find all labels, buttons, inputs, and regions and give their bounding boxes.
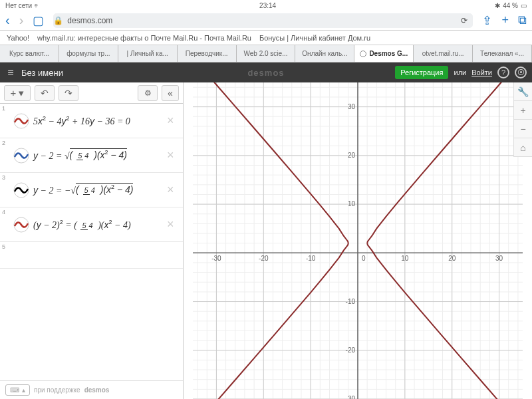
url-text: desmos.com [67, 16, 112, 25]
svg-text:10: 10 [401, 255, 409, 262]
browser-nav: ‹ › ▢ 🔒 desmos.com ⟳ ⇪ + ⧉ [0, 11, 532, 31]
graph-title[interactable]: Без имени [21, 68, 63, 78]
reload-icon[interactable]: ⟳ [461, 16, 473, 25]
expression-math[interactable]: y − 2 = −√( 54 )(x2 − 4) [33, 184, 167, 196]
bookmarks-bar: Yahoo! why.mail.ru: интересные факты о П… [0, 31, 532, 45]
keyboard-toggle[interactable]: ⌨ ▴ [5, 384, 30, 396]
expression-list: 15x2 − 4y2 + 16y − 36 = 0×2y − 2 = √( 54… [0, 104, 183, 380]
or-text: или [454, 68, 466, 76]
status-bar: Нет сети ᯤ 23:14 ✱ 44 % ▭ [0, 0, 532, 11]
svg-text:30: 30 [348, 103, 356, 110]
expression-index: 3 [0, 173, 9, 181]
delete-expression-icon[interactable]: × [167, 148, 183, 162]
expression-panel: + ▾ ↶ ↷ ⚙ « 15x2 − 4y2 + 16y − 36 = 0×2y… [0, 82, 184, 399]
login-link[interactable]: Войти [471, 68, 492, 76]
svg-text:-10: -10 [346, 298, 356, 305]
chevron-up-icon: ▴ [22, 386, 25, 394]
share-icon[interactable]: ⇪ [482, 13, 492, 28]
graph-svg[interactable]: -30-20-10102030-30-20-101020300 [184, 82, 532, 399]
svg-text:30: 30 [495, 255, 503, 262]
svg-text:-20: -20 [259, 255, 269, 262]
tab[interactable]: Desmos G... [354, 45, 414, 62]
zoom-in-button[interactable]: + [514, 101, 532, 120]
expression-row[interactable]: 4(y − 2)2 = ( 54 )(x2 − 4)× [0, 207, 183, 242]
bookmark-link[interactable]: Бонусы | Личный кабинет Дом.ru [259, 34, 370, 42]
network-status: Нет сети [5, 2, 32, 9]
svg-text:20: 20 [348, 152, 356, 159]
delete-expression-icon[interactable]: × [167, 114, 183, 128]
delete-expression-icon[interactable]: × [167, 183, 183, 197]
tab-icon [360, 51, 366, 57]
expression-color-thumb[interactable] [13, 217, 29, 233]
graph-tools: 🔧 + − ⌂ [513, 82, 532, 157]
add-expression-button[interactable]: + ▾ [4, 85, 31, 101]
credit-text: при поддержке [34, 386, 80, 394]
undo-button[interactable]: ↶ [35, 85, 55, 101]
tab[interactable]: Курс валют... [0, 45, 59, 62]
expression-toolbar: + ▾ ↶ ↷ ⚙ « [0, 82, 183, 104]
delete-expression-icon[interactable]: × [167, 217, 183, 231]
help-icon[interactable]: ? [497, 66, 509, 78]
settings-button[interactable]: ⚙ [138, 85, 158, 101]
brand-logo: desmos [247, 68, 284, 78]
clock: 23:14 [259, 2, 276, 9]
app-header: ≡ Без имени desmos Регистрация или Войти… [0, 63, 532, 82]
expression-color-thumb[interactable] [13, 247, 29, 263]
svg-text:-30: -30 [346, 395, 356, 399]
battery-icon: ▭ [521, 2, 527, 9]
tab[interactable]: Телеканал «... [473, 45, 532, 62]
language-icon[interactable]: ⦿ [515, 66, 527, 78]
expression-math[interactable]: 5x2 − 4y2 + 16y − 36 = 0 [33, 115, 167, 127]
expression-index: 2 [0, 138, 9, 146]
tab[interactable]: формулы тр... [59, 45, 118, 62]
expression-row[interactable]: 15x2 − 4y2 + 16y − 36 = 0× [0, 104, 183, 138]
battery-percent: 44 % [503, 2, 518, 9]
bluetooth-icon: ✱ [495, 2, 500, 9]
expression-row[interactable]: 2y − 2 = √( 54 )(x2 − 4)× [0, 138, 183, 173]
expression-index: 5 [0, 242, 9, 250]
expression-math[interactable]: y − 2 = √( 54 )(x2 − 4) [33, 150, 167, 162]
expression-color-thumb[interactable] [13, 148, 29, 164]
tab[interactable]: Онлайн каль... [295, 45, 354, 62]
home-button[interactable]: ⌂ [514, 138, 532, 157]
expression-row[interactable]: 5 [0, 242, 183, 269]
svg-text:-20: -20 [346, 346, 356, 354]
panel-footer: ⌨ ▴ при поддержке desmos [0, 380, 183, 399]
tab-strip: Курс валют...формулы тр...| Личный ка...… [0, 45, 532, 63]
keyboard-icon: ⌨ [10, 386, 19, 394]
tab[interactable]: Web 2.0 scie... [237, 45, 296, 62]
wifi-icon: ᯤ [34, 2, 41, 9]
zoom-out-button[interactable]: − [514, 120, 532, 138]
lock-icon: 🔒 [53, 16, 63, 25]
tab[interactable]: otvet.mail.ru... [414, 45, 473, 62]
expression-row[interactable]: 3y − 2 = −√( 54 )(x2 − 4)× [0, 173, 183, 207]
tabs-icon[interactable]: ⧉ [518, 13, 527, 27]
svg-text:-30: -30 [211, 255, 221, 262]
collapse-panel-button[interactable]: « [162, 85, 179, 101]
expression-math[interactable]: (y − 2)2 = ( 54 )(x2 − 4) [33, 219, 167, 231]
expression-index: 4 [0, 207, 9, 215]
wrench-button[interactable]: 🔧 [514, 82, 532, 101]
bookmarks-icon[interactable]: ▢ [33, 13, 44, 28]
forward-button[interactable]: › [19, 13, 24, 28]
expression-color-thumb[interactable] [13, 182, 29, 198]
svg-text:20: 20 [448, 255, 456, 262]
svg-text:10: 10 [348, 200, 356, 207]
svg-text:-10: -10 [306, 255, 316, 262]
tab[interactable]: Переводчик... [178, 45, 237, 62]
svg-text:0: 0 [362, 255, 366, 262]
back-button[interactable]: ‹ [5, 13, 10, 28]
tab[interactable]: | Личный ка... [118, 45, 178, 62]
bookmark-link[interactable]: why.mail.ru: интересные факты о Почте Ma… [37, 34, 251, 42]
address-bar[interactable]: 🔒 desmos.com ⟳ [53, 13, 473, 28]
expression-color-thumb[interactable] [13, 113, 29, 129]
expression-index: 1 [0, 104, 9, 112]
redo-button[interactable]: ↷ [59, 85, 78, 101]
new-tab-icon[interactable]: + [501, 13, 509, 27]
register-button[interactable]: Регистрация [395, 66, 448, 79]
footer-brand: desmos [84, 386, 110, 394]
menu-icon[interactable]: ≡ [0, 66, 21, 78]
bookmark-link[interactable]: Yahoo! [7, 34, 29, 42]
graph-area[interactable]: -30-20-10102030-30-20-101020300 🔧 + − ⌂ [184, 82, 532, 399]
